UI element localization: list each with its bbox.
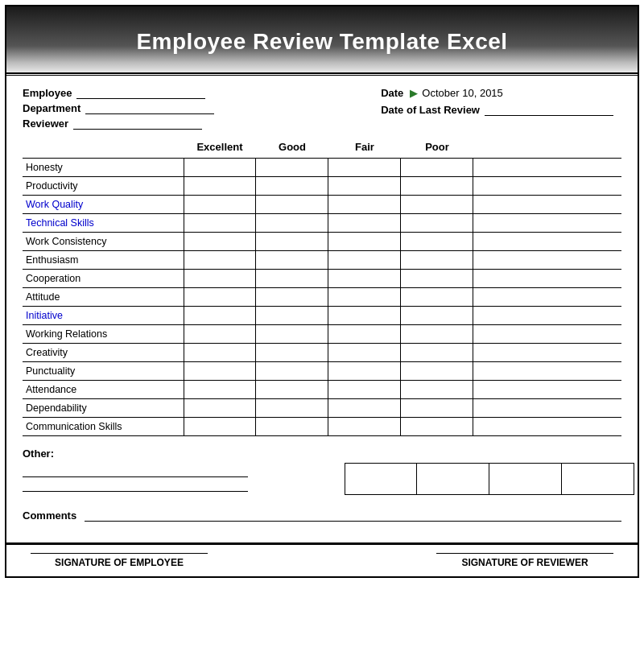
rating-cell-poor[interactable] [401, 251, 473, 269]
rating-cell-good[interactable] [256, 214, 328, 232]
rating-cell-good[interactable] [256, 159, 328, 176]
rating-cell-poor[interactable] [401, 325, 473, 343]
rating-cell-excellent[interactable] [184, 159, 256, 176]
rating-cell-good[interactable] [256, 288, 328, 306]
rating-cell-excellent[interactable] [184, 270, 256, 287]
rating-cell-excellent[interactable] [184, 418, 256, 435]
rating-cell-poor[interactable] [401, 233, 473, 250]
rating-cell-good[interactable] [256, 418, 328, 435]
rating-cell-poor[interactable] [401, 381, 473, 398]
rating-cell-excellent[interactable] [184, 233, 256, 250]
rating-cell-fair[interactable] [328, 418, 401, 435]
rating-cell-fair[interactable] [328, 381, 401, 398]
rating-cell-fair[interactable] [328, 233, 401, 250]
rating-cell-good[interactable] [256, 362, 328, 380]
rating-cell-poor[interactable] [401, 418, 473, 435]
rating-cell-excellent[interactable] [184, 381, 256, 398]
rating-cell-poor[interactable] [401, 159, 473, 176]
rating-cell-fair[interactable] [328, 196, 401, 213]
rating-cell-excellent[interactable] [184, 344, 256, 361]
items-list: HonestyProductivityWork QualityTechnical… [23, 158, 621, 436]
rating-cell-excellent[interactable] [184, 325, 256, 343]
rating-cell-fair[interactable] [328, 159, 401, 176]
rating-cell-fair[interactable] [328, 362, 401, 380]
rating-cell-excellent[interactable] [184, 307, 256, 324]
rating-cell-poor[interactable] [401, 196, 473, 213]
rating-cell-good[interactable] [256, 307, 328, 324]
info-section: Employee Department Reviewer Date ▶ Octo… [23, 87, 621, 130]
rating-cells [184, 325, 473, 343]
rating-cell-excellent[interactable] [184, 214, 256, 232]
item-label: Honesty [23, 160, 184, 175]
rating-cell-fair[interactable] [328, 344, 401, 361]
rating-cell-good[interactable] [256, 381, 328, 398]
rating-cell-fair[interactable] [328, 325, 401, 343]
item-label: Cooperation [23, 271, 184, 286]
last-review-field: Date of Last Review [381, 104, 613, 116]
rating-cells [184, 196, 473, 213]
rating-cell-excellent[interactable] [184, 362, 256, 380]
table-row: Technical Skills [23, 213, 621, 232]
other-section: Other: [23, 448, 621, 495]
comments-label: Comments [23, 509, 76, 522]
rating-cell-fair[interactable] [328, 399, 401, 417]
last-review-input-line[interactable] [485, 105, 613, 116]
rating-cells [184, 307, 473, 324]
other-cell-excellent[interactable] [345, 463, 417, 495]
rating-cells [184, 214, 473, 232]
rating-cell-poor[interactable] [401, 288, 473, 306]
rating-cells [184, 381, 473, 398]
rating-cell-poor[interactable] [401, 307, 473, 324]
rating-cell-good[interactable] [256, 270, 328, 287]
employee-field: Employee [23, 87, 214, 99]
rating-cell-poor[interactable] [401, 399, 473, 417]
table-row: Cooperation [23, 269, 621, 287]
rating-cell-poor[interactable] [401, 362, 473, 380]
rating-cell-excellent[interactable] [184, 251, 256, 269]
rating-cell-fair[interactable] [328, 270, 401, 287]
employee-input-line[interactable] [76, 88, 205, 99]
rating-cell-excellent[interactable] [184, 196, 256, 213]
other-cell-poor[interactable] [562, 463, 634, 495]
employee-signature-line[interactable] [31, 553, 208, 554]
rating-cell-excellent[interactable] [184, 288, 256, 306]
department-input-line[interactable] [85, 103, 214, 114]
date-value: October 10, 2015 [422, 87, 502, 99]
other-cell-good[interactable] [417, 463, 489, 495]
rating-cell-good[interactable] [256, 399, 328, 417]
other-line-1[interactable] [23, 466, 248, 477]
rating-cell-good[interactable] [256, 233, 328, 250]
other-label: Other: [23, 448, 621, 460]
other-line-2[interactable] [23, 481, 248, 492]
rating-cell-fair[interactable] [328, 307, 401, 324]
rating-cell-excellent[interactable] [184, 177, 256, 195]
table-row: Punctuality [23, 361, 621, 380]
rating-cell-good[interactable] [256, 196, 328, 213]
rating-cell-poor[interactable] [401, 177, 473, 195]
table-row: Creativity [23, 343, 621, 361]
table-row: Productivity [23, 176, 621, 195]
rating-cell-good[interactable] [256, 251, 328, 269]
info-right: Date ▶ October 10, 2015 Date of Last Rev… [381, 87, 621, 116]
last-review-label: Date of Last Review [381, 104, 480, 116]
rating-cell-fair[interactable] [328, 177, 401, 195]
rating-cell-fair[interactable] [328, 214, 401, 232]
rating-cell-good[interactable] [256, 325, 328, 343]
header-good: Good [256, 141, 328, 153]
other-cell-fair[interactable] [489, 463, 562, 495]
rating-cell-poor[interactable] [401, 270, 473, 287]
item-label: Communication Skills [23, 419, 184, 434]
reviewer-input-line[interactable] [73, 118, 202, 130]
rating-cell-good[interactable] [256, 344, 328, 361]
reviewer-signature-line[interactable] [436, 553, 613, 554]
green-marker: ▶ [410, 88, 417, 99]
comments-line[interactable] [85, 510, 621, 522]
rating-cell-poor[interactable] [401, 214, 473, 232]
rating-cell-poor[interactable] [401, 344, 473, 361]
rating-cell-fair[interactable] [328, 251, 401, 269]
rating-cell-good[interactable] [256, 177, 328, 195]
rating-cell-excellent[interactable] [184, 399, 256, 417]
rating-cell-fair[interactable] [328, 288, 401, 306]
date-field: Date ▶ October 10, 2015 [381, 87, 613, 99]
reviewer-label: Reviewer [23, 118, 68, 130]
